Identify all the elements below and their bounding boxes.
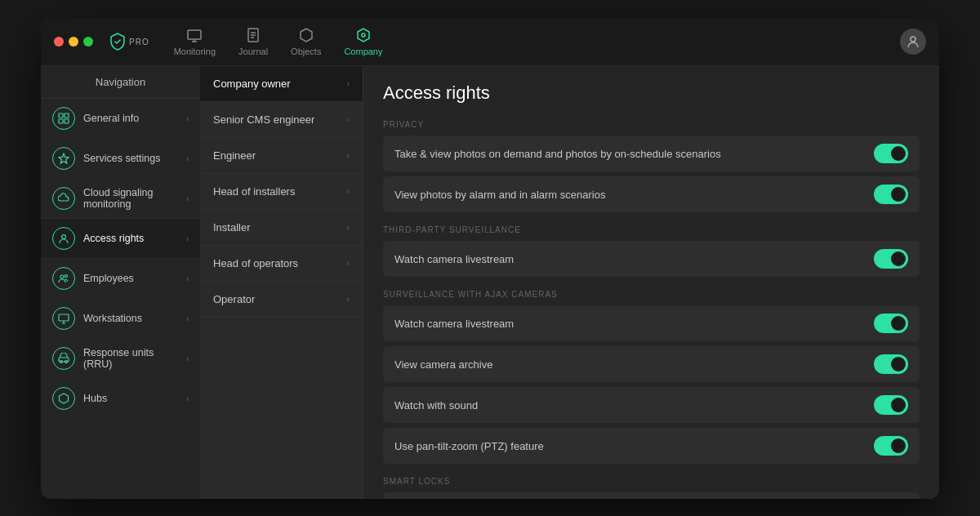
nav-journal[interactable]: Journal <box>238 27 268 56</box>
sidebar-item-employees-label: Employees <box>83 273 178 284</box>
section-smart-locks-label: SMART LOCKS <box>383 477 920 486</box>
svg-rect-4 <box>59 113 63 118</box>
svg-rect-7 <box>65 119 69 123</box>
right-view-archive-label: View camera archive <box>394 358 874 371</box>
app-window: PRO Monitoring Journal <box>41 17 939 499</box>
chevron-icon: › <box>347 151 350 160</box>
sidebar-item-general-info[interactable]: General info › <box>41 99 200 139</box>
sidebar-item-services-label: Services settings <box>83 153 178 164</box>
right-watch-sound-label: Watch with sound <box>394 399 874 411</box>
role-company-owner[interactable]: Company owner › <box>200 66 363 102</box>
role-engineer[interactable]: Engineer › <box>200 138 363 174</box>
sidebar-item-services[interactable]: Services settings › <box>41 139 200 179</box>
chevron-icon: › <box>347 295 350 304</box>
sidebar-item-workstations[interactable]: Workstations › <box>41 299 200 339</box>
minimize-button[interactable] <box>69 37 78 47</box>
workstations-icon <box>52 307 75 330</box>
chevron-icon: › <box>186 394 189 403</box>
logo-text: PRO <box>129 38 149 47</box>
right-row-lock-unlock: Lock & unlock <box>383 492 920 499</box>
hubs-icon <box>52 387 75 410</box>
sidebar-item-employees[interactable]: Employees › <box>41 259 200 299</box>
sidebar-item-general-info-label: General info <box>83 113 178 124</box>
svg-point-10 <box>60 275 64 278</box>
chevron-icon: › <box>186 234 189 243</box>
right-row-view-archive: View camera archive <box>383 346 920 382</box>
chevron-icon: › <box>186 154 189 163</box>
toggle-view-archive[interactable] <box>874 354 908 374</box>
titlebar: PRO Monitoring Journal <box>41 17 939 66</box>
toggle-ptz[interactable] <box>874 436 908 456</box>
chevron-icon: › <box>186 354 189 363</box>
sidebar-item-workstations-label: Workstations <box>83 313 178 324</box>
svg-rect-6 <box>59 119 63 123</box>
role-senior-cms[interactable]: Senior CMS engineer › <box>200 102 363 138</box>
chevron-icon: › <box>186 114 189 123</box>
sidebar-item-access-label: Access rights <box>83 233 178 244</box>
sidebar-item-response-units[interactable]: Response units (RRU) › <box>41 339 200 379</box>
right-row-view-photos-alarm: View photos by alarm and in alarm scenar… <box>383 176 920 212</box>
role-operator-label: Operator <box>213 293 347 305</box>
close-button[interactable] <box>54 37 64 47</box>
right-watch-livestream-3rd-label: Watch camera livestream <box>394 253 874 265</box>
sidebar-item-hubs-label: Hubs <box>83 393 178 404</box>
right-take-view-photos-label: Take & view photos on demand and photos … <box>394 148 874 160</box>
sidebar-item-hubs[interactable]: Hubs › <box>41 379 200 419</box>
svg-point-9 <box>62 235 66 239</box>
right-view-photos-alarm-label: View photos by alarm and in alarm scenar… <box>394 189 874 201</box>
nav-objects[interactable]: Objects <box>291 27 321 56</box>
nav-company[interactable]: Company <box>344 27 382 56</box>
services-icon <box>52 147 75 170</box>
nav-monitoring[interactable]: Monitoring <box>174 27 216 56</box>
chevron-icon: › <box>347 259 350 268</box>
employees-icon <box>52 267 75 290</box>
role-head-operators-label: Head of operators <box>213 257 347 269</box>
section-ajax-cameras-label: SURVEILLANCE WITH AJAX CAMERAS <box>383 290 920 299</box>
sidebar-header: Navigation <box>41 66 200 99</box>
right-row-watch-livestream-ajax: Watch camera livestream <box>383 305 920 341</box>
chevron-icon: › <box>347 79 350 88</box>
cloud-icon <box>52 187 75 210</box>
svg-marker-8 <box>59 153 69 163</box>
right-row-watch-livestream-3rd: Watch camera livestream <box>383 241 920 277</box>
maximize-button[interactable] <box>83 37 93 47</box>
right-row-ptz: Use pan-tilt-zoom (PTZ) feature <box>383 428 920 464</box>
role-engineer-label: Engineer <box>213 149 347 162</box>
role-head-operators[interactable]: Head of operators › <box>200 246 363 282</box>
titlebar-right <box>900 29 926 55</box>
role-installer[interactable]: Installer › <box>200 210 363 246</box>
chevron-icon: › <box>186 194 189 203</box>
chevron-icon: › <box>347 223 350 232</box>
main-content: Navigation General info › <box>41 66 939 499</box>
role-company-owner-label: Company owner <box>213 78 347 90</box>
role-head-installers-label: Head of installers <box>213 185 347 198</box>
toggle-take-view-photos[interactable] <box>874 144 908 163</box>
page-title: Access rights <box>383 82 920 104</box>
toggle-watch-livestream-ajax[interactable] <box>874 314 908 333</box>
svg-marker-16 <box>60 394 69 403</box>
rights-panel: Access rights PRIVACY Take & view photos… <box>363 66 939 499</box>
role-head-installers[interactable]: Head of installers › <box>200 174 363 210</box>
chevron-icon: › <box>347 115 350 124</box>
role-senior-cms-label: Senior CMS engineer <box>213 113 347 126</box>
logo-icon <box>106 30 129 53</box>
svg-rect-5 <box>65 113 69 118</box>
svg-rect-0 <box>188 30 201 39</box>
svg-point-11 <box>65 275 68 278</box>
sidebar-item-cloud[interactable]: Cloud signaling monitoring › <box>41 179 200 219</box>
role-operator[interactable]: Operator › <box>200 282 363 318</box>
chevron-icon: › <box>186 274 189 283</box>
top-navigation: Monitoring Journal Objects <box>174 27 900 56</box>
right-row-take-view-photos: Take & view photos on demand and photos … <box>383 136 920 171</box>
user-avatar[interactable] <box>900 29 926 55</box>
toggle-watch-livestream-3rd[interactable] <box>874 249 908 269</box>
role-installer-label: Installer <box>213 221 347 234</box>
sidebar: Navigation General info › <box>41 66 200 499</box>
section-third-party-label: THIRD-PARTY SURVEILLANCE <box>383 225 920 234</box>
chevron-icon: › <box>347 187 350 196</box>
sidebar-item-cloud-label: Cloud signaling monitoring <box>83 187 178 210</box>
sidebar-item-access-rights[interactable]: Access rights › <box>41 219 200 259</box>
toggle-watch-sound[interactable] <box>874 395 908 415</box>
sidebar-item-rru-label: Response units (RRU) <box>83 347 178 370</box>
toggle-view-photos-alarm[interactable] <box>874 185 908 204</box>
